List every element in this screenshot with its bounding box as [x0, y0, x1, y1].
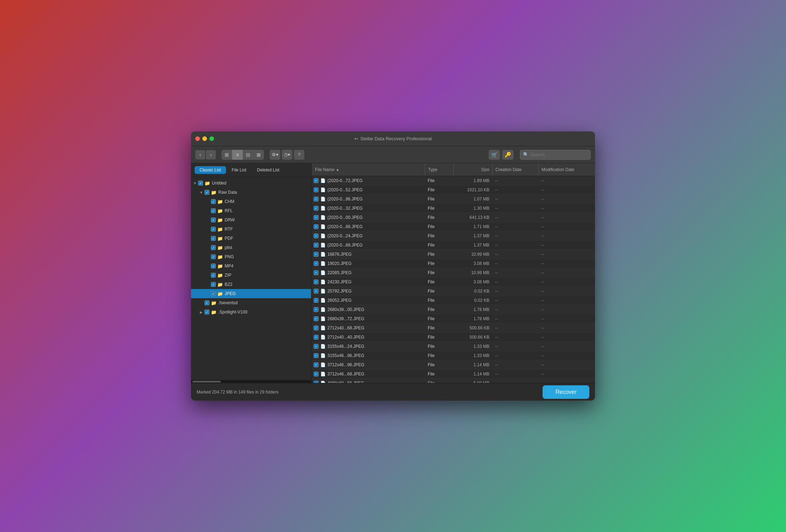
- table-row[interactable]: 📄 (2020-0...72.JPEG File 1.89 MB -- --: [311, 176, 595, 185]
- table-row[interactable]: 📄 4000x60...56.JPEG File 5.80 MB -- --: [311, 379, 595, 383]
- tree-checkbox[interactable]: [211, 245, 216, 250]
- recover-button[interactable]: Recover: [543, 385, 589, 399]
- row-checkbox[interactable]: [314, 289, 319, 294]
- row-checkbox[interactable]: [314, 252, 319, 257]
- tree-item[interactable]: 📁DRW: [191, 215, 311, 225]
- tree-expander[interactable]: ▼: [192, 181, 197, 185]
- header-created[interactable]: Creation Date: [492, 163, 538, 176]
- row-checkbox[interactable]: [314, 178, 319, 183]
- table-row[interactable]: 📄 2712x40...68.JPEG File 500.66 KB -- --: [311, 323, 595, 333]
- header-modified[interactable]: Modification Date: [538, 163, 595, 176]
- nav-forward-button[interactable]: ›: [206, 150, 216, 159]
- search-box[interactable]: 🔍: [520, 150, 591, 160]
- row-checkbox[interactable]: [314, 362, 319, 367]
- cart-button[interactable]: 🛒: [489, 150, 500, 160]
- table-row[interactable]: 📄 19020.JPEG File 3.08 MB -- --: [311, 259, 595, 268]
- tree-checkbox[interactable]: [204, 190, 209, 195]
- tree-checkbox[interactable]: [211, 254, 216, 259]
- tab-file-list[interactable]: File List: [227, 166, 251, 174]
- tree-checkbox[interactable]: [211, 264, 216, 268]
- table-row[interactable]: 📄 (2020-0...32.JPEG File 1.30 MB -- --: [311, 204, 595, 213]
- table-row[interactable]: 📄 3712x46...96.JPEG File 1.14 MB -- --: [311, 360, 595, 369]
- help-button[interactable]: ?: [294, 150, 304, 160]
- tree-checkbox[interactable]: [211, 291, 216, 296]
- tree-item[interactable]: 📁plist: [191, 243, 311, 252]
- tree-checkbox[interactable]: [204, 310, 209, 315]
- header-filename[interactable]: File Name ▲: [311, 167, 425, 172]
- fullscreen-button[interactable]: [209, 136, 214, 141]
- table-row[interactable]: 📄 3712x46...68.JPEG File 1.14 MB -- --: [311, 369, 595, 379]
- tree-checkbox[interactable]: [211, 199, 216, 204]
- tree-item[interactable]: 📁MP4: [191, 261, 311, 271]
- table-row[interactable]: 📄 (2020-0...00.JPEG File 641.13 KB -- --: [311, 213, 595, 222]
- table-row[interactable]: 📄 25792.JPEG File 0.02 KB -- --: [311, 287, 595, 296]
- table-row[interactable]: 📄 (2020-0...96.JPEG File 1.07 MB -- --: [311, 194, 595, 204]
- tree-checkbox[interactable]: [211, 282, 216, 287]
- view-column-button[interactable]: ⊟: [243, 150, 253, 160]
- row-checkbox[interactable]: [314, 215, 319, 220]
- table-row[interactable]: 📄 3155x46...24.JPEG File 1.33 MB -- --: [311, 342, 595, 351]
- tab-classic-list[interactable]: Classic List: [195, 166, 226, 174]
- table-row[interactable]: 📄 (2020-0...88.JPEG File 1.37 MB -- --: [311, 240, 595, 250]
- tree-item[interactable]: ▼📁Untitled: [191, 179, 311, 188]
- row-checkbox[interactable]: [314, 326, 319, 330]
- tab-deleted-list[interactable]: Deleted List: [252, 166, 284, 174]
- view-cover-button[interactable]: ⊠: [253, 150, 264, 160]
- sidebar-scrollbar[interactable]: [191, 380, 311, 383]
- tree-item[interactable]: 📁RTF: [191, 225, 311, 234]
- tree-item[interactable]: 📁RFL: [191, 206, 311, 215]
- row-checkbox[interactable]: [314, 335, 319, 340]
- tree-checkbox[interactable]: [211, 227, 216, 232]
- minimize-button[interactable]: [202, 136, 207, 141]
- tree-item[interactable]: 📁CHM: [191, 197, 311, 206]
- row-checkbox[interactable]: [314, 372, 319, 377]
- row-checkbox[interactable]: [314, 316, 319, 321]
- row-checkbox[interactable]: [314, 353, 319, 358]
- tree-checkbox[interactable]: [204, 300, 209, 305]
- table-row[interactable]: 📄 22085.JPEG File 10.99 MB -- --: [311, 268, 595, 277]
- table-row[interactable]: 📄 2680x39...00.JPEG File 1.78 MB -- --: [311, 305, 595, 314]
- tree-item[interactable]: 📁.fseventsd: [191, 298, 311, 307]
- table-row[interactable]: 📄 (2020-0...88.JPEG File 1.71 MB -- --: [311, 222, 595, 231]
- search-input[interactable]: [530, 152, 590, 157]
- row-checkbox[interactable]: [314, 270, 319, 275]
- row-checkbox[interactable]: [314, 243, 319, 248]
- nav-back-button[interactable]: ‹: [195, 150, 205, 159]
- settings-button[interactable]: ⚙▾: [270, 150, 280, 160]
- header-size[interactable]: Size: [453, 163, 492, 176]
- header-type[interactable]: Type: [425, 163, 453, 176]
- row-checkbox[interactable]: [314, 298, 319, 303]
- row-checkbox[interactable]: [314, 233, 319, 238]
- table-row[interactable]: 📄 3155x46...96.JPEG File 1.33 MB -- --: [311, 351, 595, 360]
- close-button[interactable]: [195, 136, 200, 141]
- row-checkbox[interactable]: [314, 224, 319, 229]
- tree-item[interactable]: ▼📁Raw Data: [191, 188, 311, 197]
- row-checkbox[interactable]: [314, 197, 319, 202]
- table-row[interactable]: 📄 2712x40...40.JPEG File 500.66 KB -- --: [311, 333, 595, 342]
- table-row[interactable]: 📄 26052.JPEG File 0.02 KB -- --: [311, 296, 595, 305]
- table-row[interactable]: 📄 24230.JPEG File 3.08 MB -- --: [311, 277, 595, 287]
- tree-item[interactable]: 📁PNG: [191, 252, 311, 261]
- view-grid-button[interactable]: ⊞: [221, 150, 232, 160]
- tree-item[interactable]: 📁PDF: [191, 234, 311, 243]
- tree-item[interactable]: 📁JPEG: [191, 289, 311, 298]
- row-checkbox[interactable]: [314, 187, 319, 192]
- table-row[interactable]: 📄 2680x39...72.JPEG File 1.78 MB -- --: [311, 314, 595, 323]
- tree-checkbox[interactable]: [211, 208, 216, 213]
- tree-checkbox[interactable]: [211, 217, 216, 222]
- history-button[interactable]: ◷▾: [282, 150, 292, 160]
- row-checkbox[interactable]: [314, 206, 319, 211]
- row-checkbox[interactable]: [314, 307, 319, 312]
- key-button[interactable]: 🔑: [502, 150, 513, 160]
- tree-expander[interactable]: ▶: [199, 310, 204, 314]
- row-checkbox[interactable]: [314, 344, 319, 349]
- tree-item[interactable]: ▶📁.Spotlight-V100: [191, 307, 311, 317]
- table-row[interactable]: 📄 (2020-0...24.JPEG File 1.37 MB -- --: [311, 231, 595, 240]
- table-row[interactable]: 📄 (2020-0...52.JPEG File 1021.10 KB -- -…: [311, 185, 595, 194]
- view-list-button[interactable]: ≡: [232, 150, 243, 160]
- tree-checkbox[interactable]: [211, 273, 216, 278]
- table-row[interactable]: 📄 16876.JPEG File 10.99 MB -- --: [311, 250, 595, 259]
- tree-checkbox[interactable]: [211, 236, 216, 241]
- tree-expander[interactable]: ▼: [199, 191, 204, 194]
- tree-item[interactable]: 📁ZIP: [191, 271, 311, 280]
